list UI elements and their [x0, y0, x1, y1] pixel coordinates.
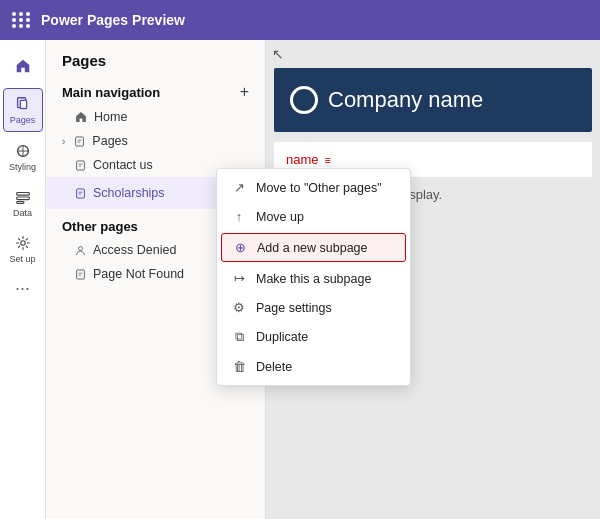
nav-item-home[interactable]: Home: [46, 105, 265, 129]
svg-rect-8: [77, 160, 85, 169]
move-up-icon: ↑: [231, 209, 247, 224]
page-not-found-label: Page Not Found: [93, 267, 184, 281]
move-other-icon: ↗: [231, 180, 247, 195]
company-banner: Company name: [274, 68, 592, 132]
nav-contact-label: Contact us: [93, 158, 153, 172]
nav-pages-label: Pages: [92, 134, 127, 148]
ctx-add-subpage-label: Add a new subpage: [257, 241, 368, 255]
ctx-delete-label: Delete: [256, 360, 292, 374]
sidebar-item-setup[interactable]: Set up: [3, 228, 43, 270]
name-field-label: name: [286, 152, 319, 167]
access-denied-label: Access Denied: [93, 243, 176, 257]
company-logo: [290, 86, 318, 114]
sidebar-data-label: Data: [13, 208, 32, 218]
svg-point-6: [20, 241, 25, 246]
ctx-make-subpage-label: Make this a subpage: [256, 272, 371, 286]
ctx-move-up-label: Move up: [256, 210, 304, 224]
delete-icon: 🗑: [231, 359, 247, 374]
home-nav-icon[interactable]: [5, 48, 41, 84]
ctx-delete[interactable]: 🗑 Delete: [217, 352, 410, 381]
ctx-add-subpage[interactable]: ⊕ Add a new subpage: [221, 233, 406, 262]
ctx-move-up[interactable]: ↑ Move up: [217, 202, 410, 231]
svg-rect-11: [77, 269, 85, 278]
svg-rect-4: [16, 197, 29, 200]
ctx-make-subpage[interactable]: ↦ Make this a subpage: [217, 264, 410, 293]
add-subpage-icon: ⊕: [232, 240, 248, 255]
sidebar-more[interactable]: ···: [15, 278, 30, 299]
main-nav-label: Main navigation: [62, 85, 160, 100]
icon-sidebar: Pages Styling Data Set up ···: [0, 40, 46, 519]
svg-rect-9: [77, 188, 85, 197]
nav-scholarships-label: Scholarships: [93, 186, 165, 200]
pages-panel-title: Pages: [46, 52, 265, 79]
topbar: Power Pages Preview: [0, 0, 600, 40]
sidebar-item-styling[interactable]: Styling: [3, 136, 43, 178]
company-name: Company name: [328, 87, 483, 113]
make-subpage-icon: ↦: [231, 271, 247, 286]
sidebar-setup-label: Set up: [9, 254, 35, 264]
pages-panel: Pages Main navigation + Home › Pages: [46, 40, 266, 519]
chevron-right-icon: ›: [62, 136, 65, 147]
nav-home-label: Home: [94, 110, 127, 124]
svg-rect-1: [20, 100, 26, 108]
resize-icon: ↖: [272, 46, 284, 62]
svg-rect-7: [76, 136, 84, 145]
ctx-move-other-label: Move to "Other pages": [256, 181, 382, 195]
ctx-duplicate-label: Duplicate: [256, 330, 308, 344]
ctx-page-settings[interactable]: ⚙ Page settings: [217, 293, 410, 322]
duplicate-icon: ⧉: [231, 329, 247, 345]
context-menu: ↗ Move to "Other pages" ↑ Move up ⊕ Add …: [216, 168, 411, 386]
svg-rect-5: [16, 202, 23, 204]
main-nav-header: Main navigation +: [46, 79, 265, 105]
svg-point-10: [79, 246, 83, 250]
sidebar-item-data[interactable]: Data: [3, 182, 43, 224]
apps-icon[interactable]: [12, 12, 31, 28]
nav-item-pages[interactable]: › Pages: [46, 129, 265, 153]
add-nav-item-button[interactable]: +: [240, 83, 249, 101]
sidebar-pages-label: Pages: [10, 115, 36, 125]
sidebar-item-pages[interactable]: Pages: [3, 88, 43, 132]
sidebar-styling-label: Styling: [9, 162, 36, 172]
filter-icon: ≡: [325, 154, 331, 166]
svg-rect-3: [16, 193, 29, 196]
app-title: Power Pages Preview: [41, 12, 185, 28]
ctx-page-settings-label: Page settings: [256, 301, 332, 315]
ctx-duplicate[interactable]: ⧉ Duplicate: [217, 322, 410, 352]
ctx-move-other[interactable]: ↗ Move to "Other pages": [217, 173, 410, 202]
settings-icon: ⚙: [231, 300, 247, 315]
